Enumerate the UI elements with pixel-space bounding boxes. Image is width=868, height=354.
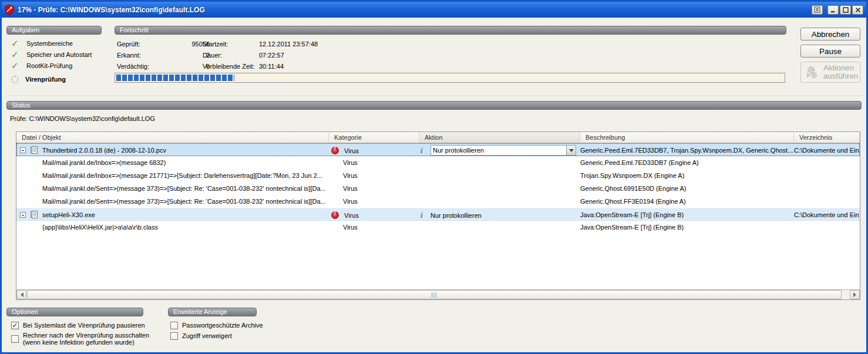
check-icon: ✓ [11,49,26,60]
virus-alert-icon [331,147,339,154]
minimize-button[interactable] [827,5,839,15]
description-text: Trojan.Spy.Wsnpoem.DX (Engine A) [580,172,684,179]
spinner-icon [11,76,19,83]
maximize-icon [843,7,849,13]
checkbox-unchecked[interactable] [170,332,178,340]
stat-value: 30:11:44 [259,63,284,70]
section-divider [5,96,863,97]
description-text: Java:OpenStream-E [Trj] (Engine B) [580,211,684,218]
checkbox-label: Bei Systemlast die Virenprüfung pausiere… [19,322,145,329]
column-header-action[interactable]: Aktion [419,132,580,143]
execute-actions-button[interactable]: Aktionen ausführen [800,62,860,83]
report-button[interactable] [812,5,823,15]
avira-shield-icon [5,5,14,15]
check-icon: ✓ [11,38,26,49]
task-item-virenpruefung: Virenprüfung [11,75,66,84]
table-row[interactable]: Thunderbird 2.0.0.18 (de) - 2008-12-10.p… [16,143,860,156]
table-row[interactable]: {app}\libs\HeliX\HeliX.jar|>a\a\a\r\b.cl… [16,221,860,234]
option-pause-on-load[interactable]: ✓ Bei Systemlast die Virenprüfung pausie… [11,322,145,329]
stat-value: 0 [156,63,210,70]
scrollbar-track[interactable] [26,290,850,299]
horizontal-scrollbar[interactable] [16,289,860,299]
table-row[interactable]: setupHeli-X30.exe Virus i Nur protokolli… [16,208,860,221]
scroll-right-button[interactable] [850,290,860,299]
directory-text: C:\Dokumente und Ein [794,211,859,218]
file-name: Mail/mail.jrankl.de/Sent=>(message 373)=… [16,195,329,208]
progress-fill [116,75,234,81]
category-label: Virus [344,147,359,154]
file-name: {app}\libs\HeliX\HeliX.jar|>a\a\a\r\b.cl… [16,221,329,234]
stat-label: Erkannt: [117,52,141,59]
report-icon [814,6,820,13]
table-row[interactable]: Mail/mail.jrankl.de/Inbox=>(message 6832… [16,156,860,169]
stat-label: Verdächtig: [117,63,149,70]
close-icon [855,7,861,13]
column-header-category[interactable]: Kategorie [329,132,419,143]
pause-button[interactable]: Pause [800,45,860,58]
description-text: Generic.Peed.Eml.7ED33DB7 (Engine A) [580,159,699,166]
virus-alert-icon [331,211,339,219]
advanced-display-header: Erweiterte Anzeige [168,308,257,316]
info-icon: i [420,144,428,156]
task-item-speicher: ✓ Speicher und Autostart [11,50,92,59]
gears-icon [806,65,819,79]
current-file-status: Prüfe: C:\WINDOWS\system32\config\defaul… [10,115,155,122]
table-header-row: Datei / Objekt Kategorie Aktion Beschrei… [16,132,860,143]
status-header: Status [6,101,862,110]
category-label: Virus [329,221,419,234]
task-label: Virenprüfung [25,76,66,83]
action-label: Nur protokollieren [430,212,482,219]
file-name: Mail/mail.jrankl.de/Inbox=>(message 6832… [16,156,329,169]
checkbox-unchecked[interactable] [11,335,19,343]
task-item-systembereiche: ✓ Systembereiche [11,39,73,48]
table-row[interactable]: Mail/mail.jrankl.de/Inbox=>(message 2177… [16,169,860,182]
table-row[interactable]: Mail/mail.jrankl.de/Sent=>(message 373)=… [16,182,860,195]
execute-actions-label: Aktionen ausführen [823,64,858,80]
stat-label: Geprüft: [117,41,140,48]
title-bar[interactable]: 17% - Prüfe: C:\WINDOWS\system32\config\… [2,2,866,18]
column-header-file[interactable]: Datei / Objekt [16,132,329,143]
abort-button[interactable]: Abbrechen [800,28,860,41]
chevron-down-icon[interactable] [566,146,576,155]
stat-label: Dauer: [203,52,222,59]
category-label: Virus [329,156,419,169]
stat-value: 07:22:57 [259,52,284,59]
stat-label: Verbleibende Zeit: [203,63,255,70]
scanner-window: 17% - Prüfe: C:\WINDOWS\system32\config\… [0,0,868,354]
description-text: Generic.Peed.Eml.7ED33DB7, Trojan.Spy.Ws… [580,147,794,154]
option-password-archives[interactable]: Passwortgeschützte Archive [170,322,263,329]
task-label: Systembereiche [26,40,73,47]
category-label: Virus [329,195,419,208]
table-row[interactable]: Mail/mail.jrankl.de/Sent=>(message 373)=… [16,195,860,208]
file-name: Mail/mail.jrankl.de/Sent=>(message 373)=… [16,182,329,195]
file-icon [31,146,39,154]
scroll-left-button[interactable] [16,290,26,299]
option-shutdown-after-scan[interactable]: Rechner nach der Virenprüfung ausschalte… [11,332,149,346]
progress-header: Fortschritt [115,26,786,35]
checkbox-unchecked[interactable] [170,322,178,329]
description-text: Generic.Qhost.FF3E0194 (Engine A) [580,198,686,205]
collapse-toggle-icon[interactable] [20,212,26,218]
scan-progress-bar [115,73,785,83]
maximize-button[interactable] [840,5,851,15]
action-select-value: Nur protokollieren [431,146,566,155]
action-select[interactable]: Nur protokollieren [430,145,576,156]
option-access-denied[interactable]: Zugriff verweigert [170,332,232,340]
close-button[interactable] [852,5,863,15]
checkbox-checked[interactable]: ✓ [11,322,19,329]
collapse-toggle-icon[interactable] [20,147,26,153]
task-label: RootKit-Prüfung [26,62,72,69]
scrollbar-thumb[interactable] [27,290,842,299]
scrollbar-grip-icon [431,292,437,298]
info-icon: i [420,209,428,220]
task-item-rootkit: ✓ RootKit-Prüfung [11,61,72,70]
results-table: Datei / Objekt Kategorie Aktion Beschrei… [16,132,860,300]
window-title: 17% - Prüfe: C:\WINDOWS\system32\config\… [18,6,205,14]
checkbox-label: Rechner nach der Virenprüfung ausschalte… [23,332,149,339]
column-header-description[interactable]: Beschreibung [580,132,794,143]
check-icon: ✓ [11,60,26,71]
column-header-directory[interactable]: Verzeichnis [794,132,860,143]
task-label: Speicher und Autostart [26,51,92,58]
stat-value: 12.12.2011 23:57:48 [259,41,318,48]
stat-value: 2 [156,52,210,59]
